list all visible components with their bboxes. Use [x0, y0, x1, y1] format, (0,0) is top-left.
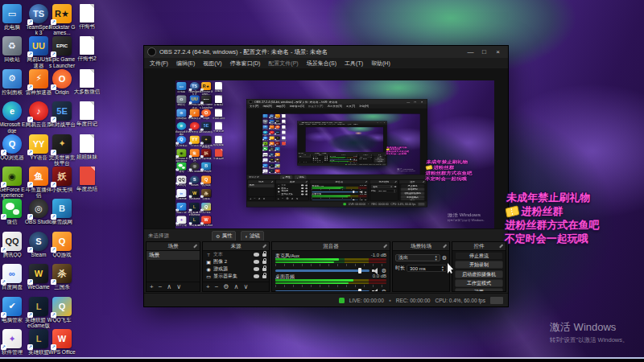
transition-select[interactable]: 淡出▴▾ — [395, 254, 440, 261]
desktop-icon[interactable]: Q↗QQ游戏 — [48, 232, 76, 257]
menu-item[interactable]: 配置文件(P) — [264, 60, 302, 68]
display-source-icon: ▭ — [277, 193, 280, 195]
display-capture-preview[interactable]: ▭此电脑TS↗TeamSpeak 3R★↗Rockstar Games...仟悔… — [175, 80, 494, 228]
sources-tool-button[interactable]: − — [215, 283, 219, 291]
desktop-icon[interactable]: 杀↗三国杀 — [48, 264, 76, 290]
transition-gear-icon[interactable]: ⚙ — [442, 255, 447, 261]
volume-slider[interactable] — [275, 269, 369, 272]
menu-item[interactable]: 文件(F) — [146, 60, 172, 68]
desktop-icon: ✔↗电脑管家 — [175, 203, 188, 213]
start-recording-button[interactable]: 开始录制 — [455, 261, 503, 269]
desktop-icon[interactable]: ↗微信 — [0, 199, 26, 224]
visibility-eye-icon[interactable] — [254, 253, 259, 257]
scenes-tool-button[interactable]: ∧ — [167, 283, 171, 291]
mixer-gear-icon[interactable]: ⚙ — [382, 289, 386, 292]
volume-slider-handle[interactable] — [358, 289, 361, 291]
desktop-icon[interactable]: 年度总结 — [73, 167, 101, 191]
menu-item[interactable]: 场景集合(S) — [303, 60, 341, 68]
desktop-icon[interactable]: ∞↗百度网盘 — [0, 264, 26, 290]
visibility-eye-icon[interactable] — [254, 267, 259, 271]
desktop-icon[interactable]: O↗Origin — [48, 69, 76, 95]
desktop-icon[interactable]: B↗暴雪战网 — [48, 199, 76, 224]
desktop-icon-tile: 杀↗ — [275, 158, 280, 162]
desktop-icon[interactable]: ▭此电脑 — [0, 4, 26, 30]
shortcut-arrow-icon: ↗ — [269, 139, 270, 140]
stop-streaming-button[interactable]: 停止推流 — [455, 252, 503, 260]
app-glyph-icon: YY — [270, 137, 274, 138]
desktop-icon[interactable]: Q↗QQ飞车 — [48, 297, 76, 323]
desktop-icon-label: QQ游戏 — [275, 156, 281, 157]
dock-title: 控件 — [452, 242, 506, 251]
speaker-icon[interactable] — [372, 289, 379, 292]
source-row[interactable]: T文本 — [203, 251, 269, 258]
shortcut-arrow-icon: ↗ — [189, 155, 192, 158]
desktop-icon[interactable]: 5E↗5E对战平台 — [48, 101, 76, 127]
scene-item[interactable]: 场景 — [147, 251, 200, 260]
desktop-icon[interactable]: eMicrosoft Edge — [0, 101, 26, 134]
sources-tool-button[interactable]: ∨ — [243, 283, 248, 291]
app-glyph-icon: ◎ — [192, 164, 196, 168]
desktop-icon[interactable]: 仟悔书2 — [73, 36, 101, 61]
desktop-icon[interactable]: EPIC↗Epic Games Launcher — [48, 36, 76, 68]
desktop-icon: Q↗QQ飞车 — [275, 164, 281, 169]
start-virtualcam-button[interactable]: 启动虚拟摄像机 — [455, 270, 503, 278]
visibility-eye-icon[interactable] — [254, 274, 259, 278]
menu-item[interactable]: 工具(T) — [341, 60, 367, 68]
menu-item[interactable]: 编辑(E) — [172, 60, 199, 68]
obs-docks: 场景场景+−∧∨来源T文本▣图像 2◉游戏源▭显示器采集+−⚙∧∨混音器麦克风/… — [298, 154, 387, 163]
desktop-icon-tile: ✔↗ — [2, 297, 22, 316]
source-name: 游戏源 — [213, 265, 252, 273]
desktop-icon[interactable]: ◉↗GeForce Experience — [0, 167, 26, 199]
scenes-tool-button[interactable]: + — [150, 283, 154, 291]
volume-slider[interactable] — [275, 290, 369, 291]
mixer-channel: 桌面音频0.0 dB⚙ — [312, 193, 366, 200]
app-glyph-icon: W — [204, 218, 208, 222]
app-glyph-icon: 妖 — [204, 150, 208, 155]
desktop-icon[interactable]: ✦↗软件管理 — [0, 329, 26, 355]
duration-input[interactable]: 300 ms▴▾ — [407, 265, 447, 272]
desktop-icon[interactable]: ⚙控制面板 — [0, 69, 26, 95]
visibility-eye-icon[interactable] — [254, 260, 259, 264]
menu-item[interactable]: 停靠窗口(D) — [226, 60, 265, 68]
desktop-icon[interactable]: QQ↗腾讯QQ — [0, 232, 26, 257]
desktop-icon[interactable]: ✦↗完美世界竞技平台 — [48, 134, 76, 167]
desktop-icon[interactable]: W↗WPS Office — [48, 329, 76, 355]
settings-button[interactable]: 设置 — [455, 288, 503, 291]
desktop-icon-tile: QQ↗ — [2, 232, 22, 251]
lock-icon[interactable] — [262, 253, 266, 257]
desktop-icon[interactable]: ✔↗电脑管家 — [0, 297, 26, 323]
source-row[interactable]: ▭显示器采集 — [203, 273, 269, 280]
menu-item[interactable]: 视图(V) — [199, 60, 225, 68]
desktop-icon[interactable]: 大多数微信 — [73, 69, 101, 94]
scenes-tool-button[interactable]: − — [159, 283, 163, 291]
source-row[interactable]: ◉游戏源 — [203, 265, 269, 273]
desktop-icon-label: 控制面板 — [0, 89, 26, 95]
shortcut-arrow-icon: ↗ — [262, 167, 264, 167]
desktop-icon[interactable]: R★↗Rockstar Games... — [48, 4, 76, 36]
sources-tool-button[interactable]: ∧ — [234, 283, 239, 291]
studio-mode-button[interactable]: 工作室模式 — [455, 279, 503, 287]
sources-tool-button[interactable]: ⚙ — [223, 283, 229, 291]
source-row[interactable]: ▣图像 2 — [203, 258, 269, 265]
scenes-tool-button[interactable]: ∨ — [176, 283, 181, 291]
desktop-icon[interactable]: ♻回收站 — [0, 36, 26, 62]
lock-icon[interactable] — [262, 261, 266, 264]
meter-ticks — [312, 189, 366, 190]
menu-item[interactable]: 帮助(H) — [367, 60, 394, 68]
desktop-icon-tile: L↗ — [29, 329, 48, 348]
desktop-icon[interactable]: Q↗QQ浏览器 — [0, 134, 26, 160]
sources-tool-button[interactable]: + — [206, 283, 210, 291]
lock-icon[interactable] — [262, 275, 266, 278]
menu-item: 文件(F) — [248, 105, 261, 108]
desktop-icon[interactable]: 妖↗小妖无惧 — [48, 167, 76, 192]
app-glyph-icon: ♪ — [193, 124, 196, 128]
maximize-button[interactable]: □ — [477, 47, 491, 58]
desktop-icon[interactable]: 年度日记 — [73, 101, 101, 126]
desktop-icon[interactable]: 仟悔书 — [73, 4, 101, 29]
minimize-button[interactable]: — — [464, 47, 477, 58]
desktop-icon[interactable]: 姐姐妹妹 — [73, 134, 101, 159]
lock-icon[interactable] — [262, 268, 266, 271]
desktop-icon-tile — [80, 101, 94, 120]
shortcut-arrow-icon: ↗ — [189, 222, 192, 224]
close-button[interactable]: × — [491, 47, 505, 58]
